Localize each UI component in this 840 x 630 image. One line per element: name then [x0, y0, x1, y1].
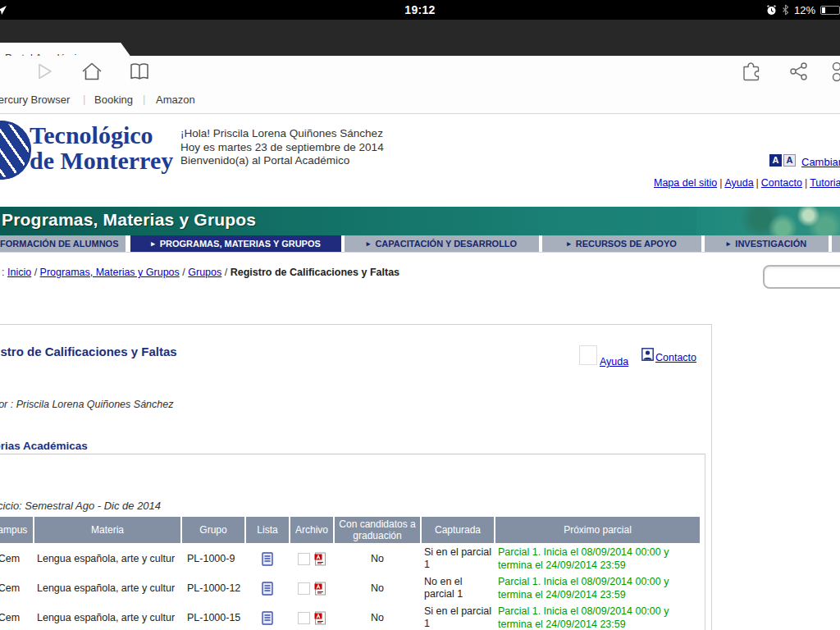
breadcrumb-current: Registro de Calificaciones y Faltas [231, 267, 399, 278]
change-font-link[interactable]: Cambiar [801, 156, 840, 168]
tab-capacitacion-desarrollo[interactable]: ▸CAPACITACIÓN Y DESARROLLO [345, 235, 539, 252]
link-tutoriales[interactable]: Tutoriales [810, 177, 840, 189]
font-size-small-button[interactable]: A [769, 154, 782, 167]
table-row: Cem Lengua española, arte y cultur PL-10… [0, 574, 700, 602]
alarm-icon [766, 5, 777, 16]
bookmarks-icon[interactable] [128, 61, 151, 82]
clock-time: 19:12 [0, 3, 840, 16]
screen: 19:12 12% Portal Académic... × ▼ portala… [0, 0, 840, 630]
main-nav: ▸INFORMACIÓN DE ALUMNOS ▸PROGRAMAS, MATE… [0, 235, 840, 253]
tab-programas-materias-grupos[interactable]: ▸PROGRAMAS, MATERIAS Y GRUPOS [130, 235, 341, 252]
pdf-file-icon[interactable] [314, 611, 326, 625]
tab-investigacion[interactable]: ▸INVESTIGACIÓN [705, 235, 829, 252]
content-box-border-right [711, 324, 712, 630]
browser-tab-bar: Portal Académic... × [0, 20, 840, 56]
link-mapa-del-sitio[interactable]: Mapa del sitio [654, 177, 717, 189]
content-box-border-top [0, 324, 712, 325]
help-image-placeholder [579, 345, 597, 365]
archive-checkbox[interactable] [298, 582, 310, 595]
list-document-icon[interactable] [262, 552, 273, 566]
tabs-overview-icon[interactable] [832, 61, 840, 83]
next-partial-link[interactable]: Parcial 1. Inicia el 08/09/2014 00:00 y … [495, 545, 700, 573]
section-banner: Programas, Materias y Grupos [0, 207, 840, 235]
tec-logo-icon[interactable] [0, 121, 31, 180]
contact-link[interactable]: Contacto [655, 352, 696, 363]
professor-line: Profesor : Priscila Lorena Quiñones Sánc… [0, 399, 173, 410]
bookmark-mercury-browser[interactable]: Mercury Browser [0, 94, 70, 106]
col-header-proximo-parcial: Próximo parcial [495, 517, 700, 543]
bookmarks-bar: Mercury Browser | Booking | Amazon [0, 87, 840, 114]
section-underline [0, 454, 705, 454]
list-document-icon[interactable] [262, 611, 273, 625]
banner-photo [696, 207, 840, 235]
col-header-lista: Lista [246, 517, 289, 543]
bookmark-amazon[interactable]: Amazon [156, 94, 195, 106]
battery-icon [820, 6, 840, 15]
help-link[interactable]: Ayuda [600, 356, 628, 368]
tec-logo-wordmark[interactable]: Tecnológico de Monterrey [30, 122, 173, 173]
share-icon[interactable] [788, 61, 810, 83]
font-size-large-button[interactable]: A [783, 154, 796, 167]
search-input[interactable] [763, 265, 840, 289]
next-partial-link[interactable]: Parcial 1. Inicia el 08/09/2014 00:00 y … [495, 574, 700, 602]
pdf-file-icon[interactable] [314, 582, 326, 596]
bluetooth-icon [782, 4, 789, 16]
next-partial-link[interactable]: Parcial 1. Inicia el 08/09/2014 00:00 y … [495, 604, 700, 630]
list-document-icon[interactable] [262, 582, 273, 596]
greeting-block: ¡Hola! Priscila Lorena Quiñones Sánchez … [180, 127, 384, 168]
inner-box-border-right [705, 454, 705, 630]
table-row: Cem Lengua española, arte y cultur PL-10… [0, 604, 700, 630]
home-icon[interactable] [80, 61, 103, 82]
tab-next-partial[interactable]: ▸ [832, 235, 840, 252]
header-links: Mapa del sitio|Ayuda|Contacto|Tutoriales [654, 177, 840, 189]
col-header-archivo: Archivo [290, 517, 333, 543]
link-contacto[interactable]: Contacto [761, 177, 802, 189]
battery-percent: 12% [794, 4, 815, 16]
breadcrumb-inicio[interactable]: Inicio [7, 267, 31, 278]
breadcrumb: : Inicio / Programas, Materias y Grupos … [2, 267, 399, 278]
page-title: Registro de Calificaciones y Faltas [0, 345, 177, 358]
breadcrumb-programas[interactable]: Programas, Materias y Grupos [40, 267, 180, 278]
web-page: Tecnológico de Monterrey ¡Hola! Priscila… [0, 114, 840, 630]
status-bar: 19:12 12% [0, 0, 840, 20]
tab-recursos-de-apoyo[interactable]: ▸RECURSOS DE APOYO [542, 235, 701, 252]
col-header-candidatos: Con candidatos a graduación [335, 517, 420, 543]
bookmark-booking[interactable]: Booking [94, 94, 133, 106]
col-header-grupo: Grupo [182, 517, 244, 543]
browser-toolbar: ▼ portalacademico.itesm.mx/portal/pls/po… [0, 56, 840, 87]
forward-icon[interactable] [33, 61, 54, 82]
table-header-row: Campus Materia Grupo Lista Archivo Con c… [0, 517, 700, 543]
section-heading: Materias Académicas [0, 440, 88, 452]
link-ayuda[interactable]: Ayuda [724, 177, 753, 189]
period-line: Ejercicio: Semestral Ago - Dic de 2014 [0, 500, 161, 512]
grades-table: Campus Materia Grupo Lista Archivo Con c… [0, 515, 701, 630]
col-header-campus: Campus [0, 517, 33, 543]
greeting-welcome: Bienvenido(a) al Portal Académico [180, 154, 384, 168]
banner-title: Programas, Materias y Grupos [2, 210, 256, 230]
archive-checkbox[interactable] [298, 612, 310, 624]
extensions-puzzle-icon[interactable] [740, 61, 763, 83]
tab-informacion-de-alumnos[interactable]: ▸INFORMACIÓN DE ALUMNOS [0, 235, 126, 252]
col-header-capturada: Capturada [422, 517, 494, 543]
archive-checkbox[interactable] [298, 553, 310, 565]
pdf-file-icon[interactable] [314, 552, 326, 566]
table-row: Cem Lengua española, arte y cultur PL-10… [0, 545, 700, 573]
breadcrumb-grupos[interactable]: Grupos [188, 267, 221, 278]
contact-person-icon [641, 348, 654, 361]
col-header-materia: Materia [34, 517, 180, 543]
greeting-date: Hoy es martes 23 de septiembre de 2014 [180, 141, 384, 155]
greeting-name: ¡Hola! Priscila Lorena Quiñones Sánchez [180, 127, 384, 141]
